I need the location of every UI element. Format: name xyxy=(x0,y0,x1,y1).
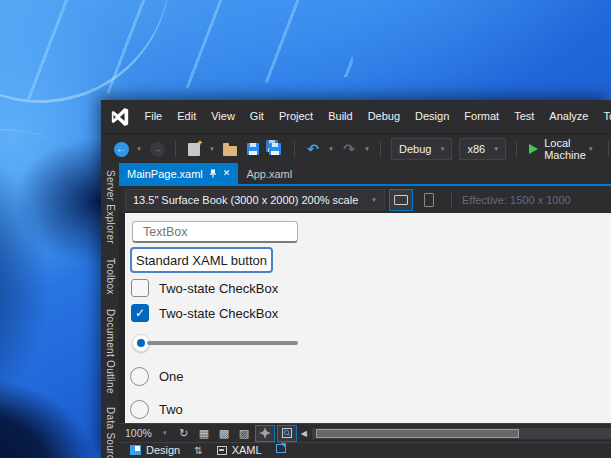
solution-platform-dropdown[interactable]: x86 ▾ xyxy=(459,138,506,160)
sidebar-item-toolbox[interactable]: Toolbox xyxy=(105,258,116,295)
redo-icon: ↷ xyxy=(343,142,355,156)
toolbar-separator xyxy=(516,141,517,157)
textbox-control[interactable] xyxy=(132,221,298,243)
slider-thumb-dot xyxy=(137,339,145,347)
toolbar-separator xyxy=(294,141,295,157)
swap-panes-button[interactable]: ⇅ xyxy=(194,443,202,456)
scroll-left-button[interactable]: ◀ xyxy=(298,425,310,441)
undo-dropdown-caret-icon[interactable]: ▾ xyxy=(326,145,336,153)
zoom-level-dropdown[interactable]: 100% ▾ xyxy=(119,425,174,441)
tab-app-xaml[interactable]: App.xaml xyxy=(238,163,300,184)
solution-configuration-dropdown[interactable]: Debug ▾ xyxy=(391,138,452,160)
tab-design-view[interactable]: Design xyxy=(130,443,180,456)
menu-debug[interactable]: Debug xyxy=(360,100,407,133)
document-tab-bar: MainPage.xaml ✕ App.xaml xyxy=(119,163,611,184)
start-debugging-button[interactable]: Local Machine ▾ xyxy=(525,138,600,160)
menu-view[interactable]: View xyxy=(204,100,243,133)
horizontal-scrollbar[interactable] xyxy=(312,428,611,439)
zoom-level-value: 100% xyxy=(125,427,152,439)
device-selector-value: 13.5" Surface Book (3000 x 2000) 200% sc… xyxy=(133,194,369,206)
radio-circle-icon xyxy=(130,367,149,386)
design-view-icon xyxy=(130,445,141,455)
run-target-label: Local Machine xyxy=(544,137,586,161)
save-button[interactable] xyxy=(243,138,263,160)
zoom-to-fit-icon xyxy=(281,427,293,439)
view-switcher-bar: Design ⇅ XAML xyxy=(119,442,611,458)
menu-design[interactable]: Design xyxy=(408,100,457,133)
platform-value: x86 xyxy=(467,143,485,155)
device-selector-dropdown[interactable]: 13.5" Surface Book (3000 x 2000) 200% sc… xyxy=(125,189,385,210)
checkbox-box-icon xyxy=(131,279,149,297)
menu-git[interactable]: Git xyxy=(242,100,271,133)
sidebar-item-document-outline[interactable]: Document Outline xyxy=(105,309,116,394)
effective-resolution-label: Effective: 1500 x 1000 xyxy=(462,194,571,206)
new-project-icon xyxy=(188,143,200,156)
redo-dropdown-caret-icon[interactable]: ▾ xyxy=(362,145,372,153)
menu-project[interactable]: Project xyxy=(271,100,320,133)
menu-analyze[interactable]: Analyze xyxy=(542,100,596,133)
grid-icon: ▦ xyxy=(199,427,209,440)
menu-edit[interactable]: Edit xyxy=(170,100,204,133)
show-grid-button[interactable]: ▦ xyxy=(194,425,214,441)
visual-studio-window: File Edit View Git Project Build Debug D… xyxy=(101,100,611,458)
artboard-background-button[interactable]: ▨ xyxy=(234,425,254,441)
visual-studio-logo-icon xyxy=(109,107,131,127)
snap-to-grid-button[interactable]: ▩ xyxy=(214,425,234,441)
xaml-view-icon xyxy=(217,446,227,455)
snap-to-snaplines-button[interactable] xyxy=(255,425,275,442)
pin-icon[interactable] xyxy=(209,169,217,178)
landscape-orientation-button[interactable] xyxy=(389,189,413,211)
navigate-back-button[interactable]: ← xyxy=(111,138,131,160)
standard-toolbar: ← ▾ → ▾ ↶ xyxy=(101,133,611,164)
refresh-icon: ↻ xyxy=(179,427,188,440)
expand-pane-icon xyxy=(276,444,286,453)
editor-column: MainPage.xaml ✕ App.xaml xyxy=(119,163,611,458)
refresh-button[interactable]: ↻ xyxy=(174,425,194,441)
checkbox-control-checked[interactable]: ✓ Two-state CheckBox xyxy=(131,304,278,322)
checkbox-control-unchecked[interactable]: Two-state CheckBox xyxy=(131,279,278,297)
toolbar-separator xyxy=(608,141,609,157)
open-folder-icon xyxy=(223,146,237,156)
radio-label: Two xyxy=(159,402,183,417)
radio-control-two[interactable]: Two xyxy=(130,400,183,419)
configuration-value: Debug xyxy=(399,143,431,155)
tab-xaml-view[interactable]: XAML xyxy=(217,443,262,456)
portrait-icon xyxy=(424,193,434,207)
zoom-to-fit-button[interactable] xyxy=(277,425,297,442)
open-file-button[interactable] xyxy=(220,138,240,160)
new-project-dropdown-caret-icon[interactable]: ▾ xyxy=(207,145,217,153)
designer-status-bar: 100% ▾ ↻ ▦ ▩ ▨ xyxy=(119,423,611,442)
tab-mainpage-xaml[interactable]: MainPage.xaml ✕ xyxy=(119,163,238,184)
menu-build[interactable]: Build xyxy=(321,100,360,133)
radio-control-one[interactable]: One xyxy=(130,367,184,386)
menu-bar: File Edit View Git Project Build Debug D… xyxy=(101,100,611,133)
navigate-forward-button[interactable]: → xyxy=(147,138,167,160)
tab-label: MainPage.xaml xyxy=(127,168,203,180)
menu-tools[interactable]: Tools xyxy=(596,100,611,133)
back-dropdown-caret-icon[interactable]: ▾ xyxy=(134,145,144,153)
sidebar-item-server-explorer[interactable]: Server Explorer xyxy=(105,170,116,244)
expand-pane-button[interactable] xyxy=(276,443,286,453)
menu-test[interactable]: Test xyxy=(507,100,542,133)
save-all-button[interactable] xyxy=(266,138,286,160)
toolbar-separator xyxy=(380,141,381,157)
close-icon[interactable]: ✕ xyxy=(223,169,231,178)
sidebar-item-data-sources[interactable]: Data Sources xyxy=(105,407,116,458)
save-icon xyxy=(247,143,259,155)
checkerboard-icon: ▨ xyxy=(239,427,249,440)
undo-button[interactable]: ↶ xyxy=(303,138,323,160)
chevron-down-icon: ▾ xyxy=(160,429,170,437)
redo-button[interactable]: ↷ xyxy=(339,138,359,160)
main-area: Server Explorer Toolbox Document Outline… xyxy=(101,163,611,458)
button-control[interactable]: Standard XAML button xyxy=(130,247,273,273)
slider-track[interactable] xyxy=(147,341,298,345)
menu-file[interactable]: File xyxy=(137,100,170,133)
portrait-orientation-button[interactable] xyxy=(417,189,441,211)
xaml-tab-label: XAML xyxy=(232,444,262,456)
menu-format[interactable]: Format xyxy=(457,100,507,133)
landscape-icon xyxy=(394,195,408,205)
xaml-artboard[interactable]: Standard XAML button Two-state CheckBox … xyxy=(125,213,611,423)
horizontal-scrollbar-thumb[interactable] xyxy=(316,429,519,438)
new-project-button[interactable] xyxy=(184,138,204,160)
chevron-down-icon: ▾ xyxy=(491,145,501,153)
